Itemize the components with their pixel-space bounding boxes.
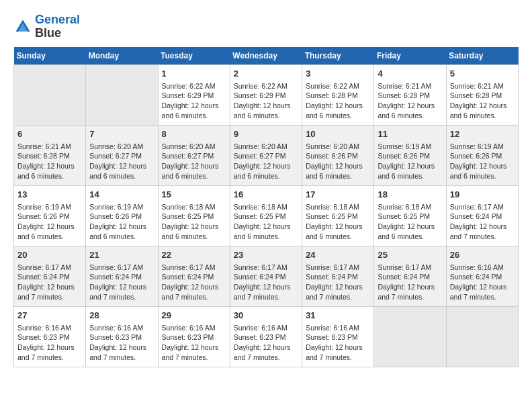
day-info: Sunrise: 6:17 AM Sunset: 6:24 PM Dayligh… xyxy=(162,263,226,302)
day-number: 24 xyxy=(306,249,370,261)
day-number: 2 xyxy=(234,68,298,80)
day-number: 10 xyxy=(306,128,370,140)
day-info: Sunrise: 6:17 AM Sunset: 6:24 PM Dayligh… xyxy=(378,263,442,302)
calendar-cell: 28Sunrise: 6:16 AM Sunset: 6:23 PM Dayli… xyxy=(86,306,158,367)
day-number: 7 xyxy=(89,128,154,140)
calendar-cell: 15Sunrise: 6:18 AM Sunset: 6:25 PM Dayli… xyxy=(158,185,230,246)
calendar-cell: 18Sunrise: 6:18 AM Sunset: 6:25 PM Dayli… xyxy=(374,185,446,246)
day-info: Sunrise: 6:19 AM Sunset: 6:26 PM Dayligh… xyxy=(17,202,82,242)
day-info: Sunrise: 6:16 AM Sunset: 6:23 PM Dayligh… xyxy=(234,323,298,363)
day-info: Sunrise: 6:18 AM Sunset: 6:25 PM Dayligh… xyxy=(378,202,442,242)
day-info: Sunrise: 6:16 AM Sunset: 6:23 PM Dayligh… xyxy=(17,323,82,363)
calendar-cell: 11Sunrise: 6:19 AM Sunset: 6:26 PM Dayli… xyxy=(374,125,446,185)
day-info: Sunrise: 6:20 AM Sunset: 6:27 PM Dayligh… xyxy=(162,142,226,181)
weekday-header: Tuesday xyxy=(158,47,230,65)
day-info: Sunrise: 6:18 AM Sunset: 6:25 PM Dayligh… xyxy=(234,202,298,242)
day-info: Sunrise: 6:22 AM Sunset: 6:29 PM Dayligh… xyxy=(162,81,226,121)
day-info: Sunrise: 6:17 AM Sunset: 6:24 PM Dayligh… xyxy=(234,263,298,302)
calendar-cell: 10Sunrise: 6:20 AM Sunset: 6:26 PM Dayli… xyxy=(302,125,374,185)
logo-icon xyxy=(13,17,32,36)
day-info: Sunrise: 6:20 AM Sunset: 6:26 PM Dayligh… xyxy=(306,142,370,181)
calendar-table: SundayMondayTuesdayWednesdayThursdayFrid… xyxy=(13,47,519,367)
calendar-cell: 27Sunrise: 6:16 AM Sunset: 6:23 PM Dayli… xyxy=(14,306,86,367)
calendar-week-row: 27Sunrise: 6:16 AM Sunset: 6:23 PM Dayli… xyxy=(14,306,519,367)
calendar-cell: 5Sunrise: 6:21 AM Sunset: 6:28 PM Daylig… xyxy=(446,64,518,125)
calendar-cell: 3Sunrise: 6:22 AM Sunset: 6:28 PM Daylig… xyxy=(302,64,374,125)
day-number: 19 xyxy=(450,189,515,201)
day-number: 26 xyxy=(450,249,515,261)
day-number: 20 xyxy=(17,249,82,261)
calendar-cell: 9Sunrise: 6:20 AM Sunset: 6:27 PM Daylig… xyxy=(230,125,302,185)
day-info: Sunrise: 6:17 AM Sunset: 6:24 PM Dayligh… xyxy=(17,263,82,302)
day-number: 21 xyxy=(89,249,154,261)
day-number: 9 xyxy=(234,128,298,140)
calendar-cell: 17Sunrise: 6:18 AM Sunset: 6:25 PM Dayli… xyxy=(302,185,374,246)
day-number: 31 xyxy=(306,310,370,322)
weekday-header: Friday xyxy=(374,47,446,65)
day-number: 17 xyxy=(306,189,370,201)
calendar-cell: 4Sunrise: 6:21 AM Sunset: 6:28 PM Daylig… xyxy=(374,64,446,125)
calendar-cell: 31Sunrise: 6:16 AM Sunset: 6:23 PM Dayli… xyxy=(302,306,374,367)
day-info: Sunrise: 6:19 AM Sunset: 6:26 PM Dayligh… xyxy=(89,202,154,242)
calendar-cell: 25Sunrise: 6:17 AM Sunset: 6:24 PM Dayli… xyxy=(374,246,446,306)
day-info: Sunrise: 6:20 AM Sunset: 6:27 PM Dayligh… xyxy=(234,142,298,181)
logo-text: General Blue xyxy=(35,13,80,40)
day-number: 22 xyxy=(162,249,226,261)
day-number: 14 xyxy=(89,189,154,201)
weekday-header: Sunday xyxy=(14,47,86,65)
day-info: Sunrise: 6:17 AM Sunset: 6:24 PM Dayligh… xyxy=(450,202,515,242)
day-info: Sunrise: 6:16 AM Sunset: 6:23 PM Dayligh… xyxy=(162,323,226,363)
day-number: 1 xyxy=(162,68,226,80)
calendar-cell: 23Sunrise: 6:17 AM Sunset: 6:24 PM Dayli… xyxy=(230,246,302,306)
weekday-header-row: SundayMondayTuesdayWednesdayThursdayFrid… xyxy=(14,47,519,65)
day-info: Sunrise: 6:16 AM Sunset: 6:24 PM Dayligh… xyxy=(450,263,515,302)
day-number: 25 xyxy=(378,249,442,261)
day-number: 18 xyxy=(378,189,442,201)
weekday-header: Saturday xyxy=(446,47,518,65)
day-info: Sunrise: 6:17 AM Sunset: 6:24 PM Dayligh… xyxy=(306,263,370,302)
day-info: Sunrise: 6:18 AM Sunset: 6:25 PM Dayligh… xyxy=(162,202,226,242)
calendar-cell: 6Sunrise: 6:21 AM Sunset: 6:28 PM Daylig… xyxy=(14,125,86,185)
calendar-cell: 1Sunrise: 6:22 AM Sunset: 6:29 PM Daylig… xyxy=(158,64,230,125)
day-number: 5 xyxy=(450,68,515,80)
day-number: 11 xyxy=(378,128,442,140)
day-number: 4 xyxy=(378,68,442,80)
day-number: 6 xyxy=(17,128,82,140)
day-number: 23 xyxy=(234,249,298,261)
calendar-cell: 21Sunrise: 6:17 AM Sunset: 6:24 PM Dayli… xyxy=(86,246,158,306)
day-info: Sunrise: 6:20 AM Sunset: 6:27 PM Dayligh… xyxy=(89,142,154,181)
calendar-week-row: 1Sunrise: 6:22 AM Sunset: 6:29 PM Daylig… xyxy=(14,64,519,125)
day-number: 8 xyxy=(162,128,226,140)
page-header: General Blue xyxy=(13,13,519,40)
weekday-header: Monday xyxy=(86,47,158,65)
logo: General Blue xyxy=(13,13,80,40)
weekday-header: Wednesday xyxy=(230,47,302,65)
day-info: Sunrise: 6:22 AM Sunset: 6:28 PM Dayligh… xyxy=(306,81,370,121)
calendar-cell: 19Sunrise: 6:17 AM Sunset: 6:24 PM Dayli… xyxy=(446,185,518,246)
calendar-cell xyxy=(374,306,446,367)
calendar-cell: 26Sunrise: 6:16 AM Sunset: 6:24 PM Dayli… xyxy=(446,246,518,306)
day-info: Sunrise: 6:19 AM Sunset: 6:26 PM Dayligh… xyxy=(378,142,442,181)
day-info: Sunrise: 6:16 AM Sunset: 6:23 PM Dayligh… xyxy=(89,323,154,363)
calendar-cell xyxy=(14,64,86,125)
day-number: 28 xyxy=(89,310,154,322)
calendar-cell: 7Sunrise: 6:20 AM Sunset: 6:27 PM Daylig… xyxy=(86,125,158,185)
calendar-cell: 13Sunrise: 6:19 AM Sunset: 6:26 PM Dayli… xyxy=(14,185,86,246)
calendar-week-row: 13Sunrise: 6:19 AM Sunset: 6:26 PM Dayli… xyxy=(14,185,519,246)
day-info: Sunrise: 6:17 AM Sunset: 6:24 PM Dayligh… xyxy=(89,263,154,302)
day-info: Sunrise: 6:16 AM Sunset: 6:23 PM Dayligh… xyxy=(306,323,370,363)
weekday-header: Thursday xyxy=(302,47,374,65)
day-info: Sunrise: 6:18 AM Sunset: 6:25 PM Dayligh… xyxy=(306,202,370,242)
day-number: 12 xyxy=(450,128,515,140)
day-number: 30 xyxy=(234,310,298,322)
day-info: Sunrise: 6:22 AM Sunset: 6:29 PM Dayligh… xyxy=(234,81,298,121)
calendar-cell xyxy=(446,306,518,367)
day-number: 13 xyxy=(17,189,82,201)
day-number: 27 xyxy=(17,310,82,322)
day-number: 16 xyxy=(234,189,298,201)
calendar-cell: 29Sunrise: 6:16 AM Sunset: 6:23 PM Dayli… xyxy=(158,306,230,367)
calendar-cell: 2Sunrise: 6:22 AM Sunset: 6:29 PM Daylig… xyxy=(230,64,302,125)
calendar-cell xyxy=(86,64,158,125)
calendar-cell: 16Sunrise: 6:18 AM Sunset: 6:25 PM Dayli… xyxy=(230,185,302,246)
day-info: Sunrise: 6:19 AM Sunset: 6:26 PM Dayligh… xyxy=(450,142,515,181)
